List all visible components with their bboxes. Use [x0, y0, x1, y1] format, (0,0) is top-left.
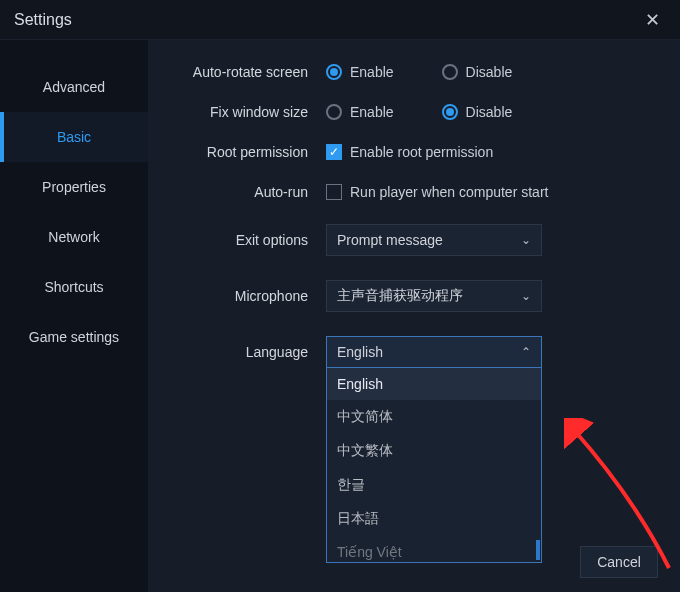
- button-label: Cancel: [597, 554, 641, 570]
- chevron-down-icon: ⌄: [521, 233, 531, 247]
- sidebar-item-shortcuts[interactable]: Shortcuts: [0, 262, 148, 312]
- sidebar-item-label: Properties: [42, 179, 106, 195]
- sidebar-item-label: Network: [48, 229, 99, 245]
- row-label: Auto-rotate screen: [148, 64, 308, 80]
- row-label: Fix window size: [148, 104, 308, 120]
- select-language[interactable]: English ⌃: [326, 336, 542, 368]
- titlebar: Settings ✕: [0, 0, 680, 40]
- row-label: Language: [148, 344, 308, 360]
- radio-label: Enable: [350, 64, 394, 80]
- radio-label: Enable: [350, 104, 394, 120]
- cancel-button[interactable]: Cancel: [580, 546, 658, 578]
- chevron-up-icon: ⌃: [521, 345, 531, 359]
- row-auto-rotate: Auto-rotate screen Enable Disable: [148, 64, 658, 80]
- radio-disable[interactable]: Disable: [442, 64, 513, 80]
- row-label: Microphone: [148, 288, 308, 304]
- close-icon[interactable]: ✕: [639, 3, 666, 37]
- sidebar-item-label: Advanced: [43, 79, 105, 95]
- dropdown-item[interactable]: 中文简体: [327, 400, 541, 434]
- radio-circle-icon: [326, 64, 342, 80]
- sidebar-item-label: Basic: [57, 129, 91, 145]
- radio-disable[interactable]: Disable: [442, 104, 513, 120]
- body: Advanced Basic Properties Network Shortc…: [0, 40, 680, 592]
- sidebar-item-game-settings[interactable]: Game settings: [0, 312, 148, 362]
- select-exit-options[interactable]: Prompt message ⌄: [326, 224, 542, 256]
- sidebar-item-label: Game settings: [29, 329, 119, 345]
- select-value: Prompt message: [337, 232, 443, 248]
- window-title: Settings: [14, 11, 72, 29]
- dropdown-item[interactable]: 한글: [327, 468, 541, 502]
- row-root-permission: Root permission Enable root permission: [148, 144, 658, 160]
- select-value: 主声音捕获驱动程序: [337, 287, 463, 305]
- row-label: Exit options: [148, 232, 308, 248]
- sidebar: Advanced Basic Properties Network Shortc…: [0, 40, 148, 592]
- checkbox-box-icon: [326, 184, 342, 200]
- select-value: English: [337, 344, 383, 360]
- radio-group-fix-window: Enable Disable: [326, 104, 512, 120]
- select-microphone[interactable]: 主声音捕获驱动程序 ⌄: [326, 280, 542, 312]
- checkbox-label: Enable root permission: [350, 144, 493, 160]
- chevron-down-icon: ⌄: [521, 289, 531, 303]
- radio-circle-icon: [326, 104, 342, 120]
- checkbox-auto-run[interactable]: Run player when computer start: [326, 184, 548, 200]
- dropdown-item[interactable]: 中文繁体: [327, 434, 541, 468]
- radio-circle-icon: [442, 64, 458, 80]
- row-auto-run: Auto-run Run player when computer start: [148, 184, 658, 200]
- row-fix-window: Fix window size Enable Disable: [148, 104, 658, 120]
- radio-enable[interactable]: Enable: [326, 64, 394, 80]
- sidebar-item-label: Shortcuts: [44, 279, 103, 295]
- checkbox-box-icon: [326, 144, 342, 160]
- footer: Cancel: [580, 546, 658, 578]
- checkbox-root-permission[interactable]: Enable root permission: [326, 144, 493, 160]
- sidebar-item-network[interactable]: Network: [0, 212, 148, 262]
- checkbox-label: Run player when computer start: [350, 184, 548, 200]
- dropdown-language: English 中文简体 中文繁体 한글 日本語 Tiếng Việt: [326, 368, 542, 563]
- radio-circle-icon: [442, 104, 458, 120]
- sidebar-item-basic[interactable]: Basic: [0, 112, 148, 162]
- row-language: Language English ⌃ English 中文简体 中文繁体 한글 …: [148, 336, 658, 368]
- dropdown-item[interactable]: 日本語: [327, 502, 541, 536]
- row-exit-options: Exit options Prompt message ⌄: [148, 224, 658, 256]
- dropdown-item[interactable]: Tiếng Việt: [327, 536, 541, 562]
- sidebar-item-advanced[interactable]: Advanced: [0, 62, 148, 112]
- radio-label: Disable: [466, 104, 513, 120]
- content-panel: Auto-rotate screen Enable Disable Fix wi…: [148, 40, 680, 592]
- dropdown-item[interactable]: English: [327, 368, 541, 400]
- row-label: Root permission: [148, 144, 308, 160]
- sidebar-item-properties[interactable]: Properties: [0, 162, 148, 212]
- radio-label: Disable: [466, 64, 513, 80]
- radio-group-auto-rotate: Enable Disable: [326, 64, 512, 80]
- row-label: Auto-run: [148, 184, 308, 200]
- row-microphone: Microphone 主声音捕获驱动程序 ⌄: [148, 280, 658, 312]
- radio-enable[interactable]: Enable: [326, 104, 394, 120]
